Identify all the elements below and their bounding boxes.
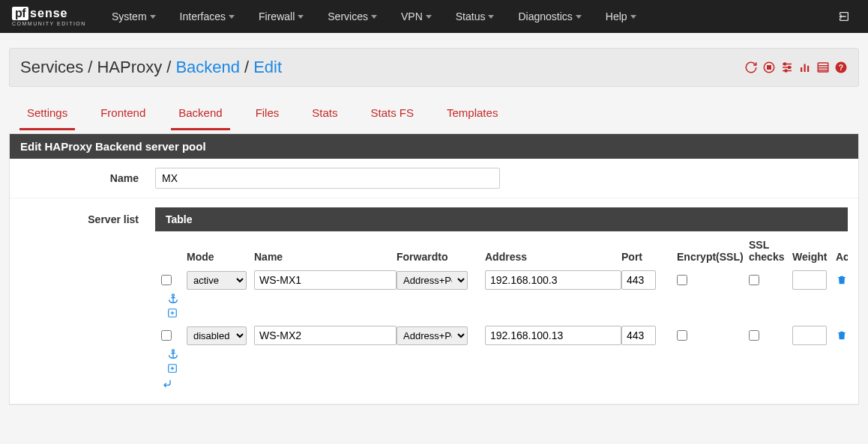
tab-backend[interactable]: Backend	[171, 100, 229, 130]
tab-statsfs[interactable]: Stats FS	[363, 100, 421, 130]
weight-input[interactable]	[792, 326, 827, 345]
plus-box-icon[interactable]	[167, 363, 848, 374]
tabs: Settings Frontend Backend Files Stats St…	[9, 93, 859, 130]
crumb-services[interactable]: Services	[20, 58, 83, 77]
nav-items: System Interfaces Firewall Services VPN …	[101, 3, 647, 30]
arrow-move-down-icon[interactable]	[161, 378, 848, 390]
logo: pf sense COMMUNITY EDITION	[12, 7, 86, 26]
mode-select[interactable]: active	[187, 271, 247, 290]
anchor-icon[interactable]	[167, 348, 848, 360]
th-actions: Actions	[836, 251, 848, 263]
crumb-haproxy[interactable]: HAProxy	[97, 58, 162, 77]
table-scroll[interactable]: Mode Name Forwardto Address Port Encrypt…	[155, 231, 848, 395]
help-icon[interactable]: ?	[834, 61, 848, 74]
name-row: Name	[10, 159, 858, 198]
svg-point-17	[172, 294, 175, 296]
th-sslc: SSL checks	[749, 239, 792, 263]
nav-status[interactable]: Status	[445, 3, 505, 30]
address-input[interactable]	[485, 270, 621, 290]
th-name: Name	[254, 251, 397, 263]
svg-rect-8	[801, 67, 802, 72]
svg-rect-10	[807, 66, 809, 72]
th-mode: Mode	[187, 251, 254, 263]
table-title: Table	[155, 207, 848, 231]
th-addr: Address	[485, 251, 621, 263]
svg-text:?: ?	[839, 63, 843, 72]
th-weight: Weight	[792, 251, 836, 263]
plus-box-icon[interactable]	[167, 308, 848, 318]
breadcrumb-bar: Services / HAProxy / Backend / Edit ?	[9, 48, 859, 87]
logout-icon[interactable]	[832, 4, 856, 28]
serverlist-label: Server list	[20, 207, 155, 225]
port-input[interactable]	[621, 326, 656, 345]
name-input[interactable]	[155, 168, 500, 189]
caret-down-icon	[371, 15, 377, 19]
stats-bar-icon[interactable]	[798, 61, 812, 74]
list-panel-icon[interactable]	[816, 61, 830, 74]
th-port: Port	[621, 251, 665, 263]
svg-rect-1	[768, 66, 771, 70]
crumb-backend[interactable]: Backend	[175, 58, 240, 77]
tab-files[interactable]: Files	[248, 100, 287, 130]
port-input[interactable]	[621, 270, 656, 290]
caret-down-icon	[150, 15, 156, 19]
logo-sense: sense	[30, 7, 67, 20]
row-select-checkbox[interactable]	[161, 330, 172, 341]
crumb-edit[interactable]: Edit	[253, 58, 282, 77]
table-row: active Address+Port	[161, 267, 848, 293]
address-input[interactable]	[485, 326, 621, 345]
svg-point-6	[789, 67, 791, 69]
logo-subtitle: COMMUNITY EDITION	[12, 21, 86, 26]
tab-settings[interactable]: Settings	[19, 100, 75, 130]
sslchecks-checkbox[interactable]	[749, 330, 759, 341]
serverlist-table: Table Mode Name Forwardto Address Port E	[155, 207, 848, 395]
page-action-icons: ?	[744, 61, 848, 74]
svg-point-7	[785, 70, 787, 72]
stop-service-icon[interactable]	[762, 61, 776, 74]
nav-system[interactable]: System	[101, 3, 166, 30]
caret-down-icon	[426, 15, 432, 19]
weight-input[interactable]	[792, 270, 827, 290]
caret-down-icon	[229, 15, 235, 19]
encrypt-checkbox[interactable]	[677, 275, 687, 285]
top-nav: pf sense COMMUNITY EDITION System Interf…	[0, 0, 868, 33]
tab-stats[interactable]: Stats	[304, 100, 345, 130]
table-row: disabled Address+Port	[161, 323, 848, 348]
svg-rect-9	[804, 64, 806, 73]
server-name-input[interactable]	[254, 326, 397, 345]
serverlist-row: Server list Table Mode Name Forwardto Ad…	[10, 198, 858, 404]
restart-service-icon[interactable]	[744, 61, 758, 74]
anchor-icon[interactable]	[167, 293, 848, 305]
table-header: Mode Name Forwardto Address Port Encrypt…	[161, 234, 848, 267]
trash-icon[interactable]	[836, 274, 848, 286]
tab-templates[interactable]: Templates	[439, 100, 505, 130]
sslchecks-checkbox[interactable]	[749, 275, 759, 285]
tab-frontend[interactable]: Frontend	[93, 100, 153, 130]
forwardto-select[interactable]: Address+Port	[397, 271, 468, 290]
nav-interfaces[interactable]: Interfaces	[169, 3, 245, 30]
caret-down-icon	[298, 15, 304, 19]
svg-point-23	[172, 350, 175, 352]
caret-down-icon	[488, 15, 494, 19]
svg-point-5	[784, 63, 786, 65]
nav-vpn[interactable]: VPN	[391, 3, 442, 30]
settings-sliders-icon[interactable]	[780, 61, 794, 74]
panel-title: Edit HAProxy Backend server pool	[10, 134, 858, 159]
nav-help[interactable]: Help	[595, 3, 647, 30]
nav-firewall[interactable]: Firewall	[248, 3, 314, 30]
logo-pf: pf	[12, 7, 28, 20]
th-fwd: Forwardto	[397, 251, 485, 263]
trash-icon[interactable]	[836, 329, 848, 341]
server-name-input[interactable]	[254, 270, 397, 290]
caret-down-icon	[576, 15, 582, 19]
mode-select[interactable]: disabled	[187, 326, 247, 345]
row-select-checkbox[interactable]	[161, 275, 172, 285]
backend-panel: Edit HAProxy Backend server pool Name Se…	[9, 133, 859, 405]
encrypt-checkbox[interactable]	[677, 330, 687, 341]
caret-down-icon	[630, 15, 636, 19]
nav-services[interactable]: Services	[317, 3, 388, 30]
name-label: Name	[20, 172, 155, 184]
th-enc: Encrypt(SSL)	[677, 251, 749, 263]
nav-diagnostics[interactable]: Diagnostics	[507, 3, 591, 30]
forwardto-select[interactable]: Address+Port	[397, 326, 468, 345]
